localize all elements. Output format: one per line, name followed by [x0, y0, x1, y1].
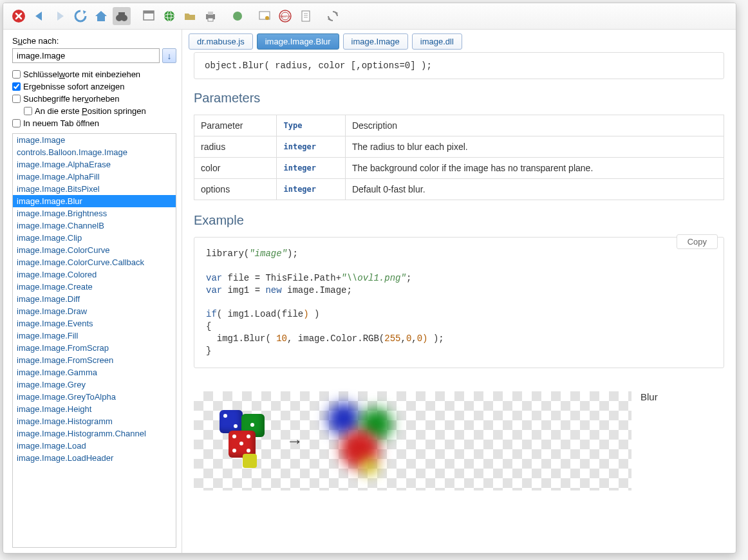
th-type: Type — [277, 115, 345, 136]
new-window-icon[interactable] — [140, 7, 158, 25]
results-list[interactable]: image.Imagecontrols.Balloon.Image.Imagei… — [12, 133, 176, 548]
doc-body[interactable]: object.Blur( radius, color [,options=0] … — [182, 50, 736, 553]
result-item[interactable]: image.Image.Clip — [13, 232, 176, 244]
home-icon[interactable] — [92, 7, 110, 25]
chk-keywords[interactable]: Schlüsselworte mit einbeziehen — [12, 70, 176, 79]
svg-rect-5 — [144, 11, 154, 14]
chk-instant[interactable]: Ergebnisse sofort anzeigen — [12, 82, 176, 91]
result-item[interactable]: image.Image.Grey — [13, 378, 176, 391]
print-icon[interactable] — [201, 7, 220, 25]
checker-bg: → — [194, 391, 631, 490]
content-pane: dr.mabuse.jsimage.Image.Blurimage.Imagei… — [182, 30, 736, 553]
result-item[interactable]: image.Image.Histogramm.Channel — [13, 427, 176, 440]
code-example: library("image"); var file = ThisFile.Pa… — [194, 237, 724, 368]
blurred-image — [317, 399, 407, 483]
table-row: colorintegerThe background color if the … — [194, 158, 724, 179]
certificate-icon[interactable] — [256, 7, 274, 25]
parameters-heading: Parameters — [194, 91, 724, 106]
result-item[interactable]: image.Image.AlphaErase — [13, 158, 176, 171]
result-item[interactable]: image.Image.AlphaFill — [13, 171, 176, 183]
main-area: Suche nach: ↓ Schlüsselworte mit einbezi… — [3, 30, 736, 553]
search-submit-button[interactable]: ↓ — [162, 48, 176, 63]
result-item[interactable]: image.Image.Colored — [13, 268, 176, 281]
result-item[interactable]: image.Image.Draw — [13, 305, 176, 317]
svg-rect-18 — [302, 11, 310, 21]
svg-rect-10 — [208, 12, 213, 15]
result-item[interactable]: image.Image.Load — [13, 440, 176, 452]
result-item[interactable]: image.Image.Histogramm — [13, 415, 176, 427]
image-comparison: → Blur — [194, 391, 724, 490]
sync-icon[interactable] — [324, 7, 342, 25]
refresh-icon[interactable] — [71, 7, 89, 25]
table-row: optionsintegerDefault 0-fast blur. — [194, 179, 724, 200]
result-item[interactable]: image.Image.BitsPixel — [13, 183, 176, 195]
search-label: Suche nach: — [12, 36, 176, 46]
svg-point-6 — [164, 11, 174, 21]
image-caption: Blur — [640, 391, 658, 402]
back-icon[interactable] — [30, 7, 48, 25]
result-item[interactable]: image.Image.Height — [13, 403, 176, 415]
page-icon[interactable] — [229, 7, 247, 25]
globe-icon[interactable] — [160, 7, 178, 25]
result-item[interactable]: image.Image.Brightness — [13, 207, 176, 219]
result-item[interactable]: image.Image.Events — [13, 317, 176, 330]
result-item[interactable]: image.Image.Gamma — [13, 366, 176, 378]
tab[interactable]: dr.mabuse.js — [189, 33, 253, 50]
svg-rect-3 — [118, 12, 125, 16]
tab-bar: dr.mabuse.jsimage.Image.Blurimage.Imagei… — [182, 30, 736, 50]
forward-icon[interactable] — [51, 7, 69, 25]
result-item[interactable]: image.Image.ChannelB — [13, 219, 176, 232]
tab[interactable]: image.dll — [412, 33, 462, 50]
toolbar: SAMPLE — [3, 3, 736, 30]
result-item[interactable]: image.Image.Blur — [13, 195, 176, 207]
chk-highlight[interactable]: Suchbegriffe hervorheben — [12, 94, 176, 104]
app-window: SAMPLE Suche nach: ↓ Schlüsselworte mit … — [3, 3, 736, 554]
table-row: radiusintegerThe radius to blur each pix… — [194, 136, 724, 158]
tab[interactable]: image.Image.Blur — [257, 33, 339, 50]
arrow-icon: → — [286, 431, 303, 451]
original-image — [208, 409, 272, 473]
document-icon[interactable] — [297, 7, 315, 25]
svg-point-12 — [233, 12, 242, 21]
tab[interactable]: image.Image — [343, 33, 408, 50]
parameters-table: Parameter Type Description radiusinteger… — [194, 115, 724, 200]
result-item[interactable]: image.Image.FromScreen — [13, 354, 176, 366]
sample-stamp-icon[interactable]: SAMPLE — [276, 7, 294, 25]
binoculars-icon[interactable] — [113, 7, 131, 25]
th-description: Description — [345, 115, 724, 136]
copy-button[interactable]: Copy — [677, 234, 718, 249]
search-sidebar: Suche nach: ↓ Schlüsselworte mit einbezi… — [3, 30, 182, 553]
result-item[interactable]: image.Image.LoadHeader — [13, 452, 176, 464]
result-item[interactable]: image.Image.GreyToAlpha — [13, 391, 176, 403]
svg-text:SAMPLE: SAMPLE — [280, 15, 291, 18]
result-item[interactable]: image.Image.Diff — [13, 293, 176, 305]
chk-first-position[interactable]: An die erste Position springen — [24, 106, 176, 116]
search-input[interactable] — [12, 48, 160, 63]
th-parameter: Parameter — [194, 115, 277, 136]
example-heading: Example — [194, 213, 724, 228]
result-item[interactable]: image.Image.ColorCurve.Callback — [13, 256, 176, 268]
result-item[interactable]: image.Image.ColorCurve — [13, 244, 176, 256]
result-item[interactable]: image.Image.FromScrap — [13, 342, 176, 354]
result-item[interactable]: controls.Balloon.Image.Image — [13, 146, 176, 158]
result-item[interactable]: image.Image.Create — [13, 281, 176, 293]
syntax-block: object.Blur( radius, color [,options=0] … — [194, 52, 724, 79]
open-folder-icon[interactable] — [181, 7, 199, 25]
svg-rect-11 — [208, 18, 213, 21]
chk-new-tab[interactable]: In neuem Tab öffnen — [12, 118, 176, 128]
close-icon[interactable] — [10, 7, 28, 25]
result-item[interactable]: image.Image — [13, 134, 176, 146]
svg-point-14 — [265, 16, 269, 20]
result-item[interactable]: image.Image.Fill — [13, 330, 176, 342]
